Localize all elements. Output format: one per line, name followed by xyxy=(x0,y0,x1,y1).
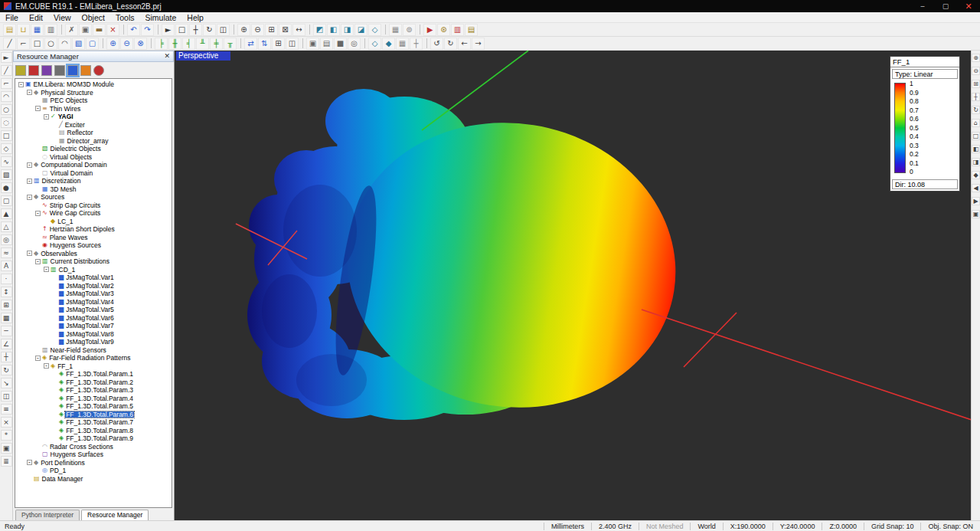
wireframe-mode-icon[interactable]: ◇ xyxy=(368,38,381,50)
scale-object-icon[interactable]: ↘ xyxy=(1,378,12,388)
tree-item[interactable]: ▦PEC Objects xyxy=(16,97,172,105)
tree-item[interactable]: ▆JsMagTotal.Var6 xyxy=(16,314,172,323)
iso-view-icon[interactable]: ◆ xyxy=(972,171,980,179)
tree-expander-icon[interactable]: - xyxy=(35,356,41,361)
save-project-icon[interactable]: ▦ xyxy=(31,24,44,36)
orbit-tool-icon[interactable]: ↻ xyxy=(972,106,980,114)
tree-item[interactable]: ▢Virtual Domain xyxy=(16,169,172,178)
tree-item[interactable]: ◈FF_1.3D.Total.Param.7 xyxy=(16,418,172,427)
tree-expander-icon[interactable]: - xyxy=(44,267,49,272)
tree-item[interactable]: ▤Data Manager xyxy=(16,475,172,483)
tree-expander-icon[interactable]: - xyxy=(27,460,32,465)
zoom-in-icon[interactable]: ⊕ xyxy=(237,24,250,36)
tree-item[interactable]: ╱Exciter xyxy=(16,121,172,129)
offset-object-icon[interactable]: ≡ xyxy=(1,404,12,415)
tree-expander-icon[interactable]: - xyxy=(35,106,41,111)
array-copy-icon[interactable]: ⊞ xyxy=(272,38,285,50)
tree-item[interactable]: ◌Virtual Objects xyxy=(16,153,172,162)
view-perspective-icon[interactable]: ◇ xyxy=(368,24,381,36)
explode-object-icon[interactable]: * xyxy=(1,430,12,441)
tree-expander-icon[interactable]: - xyxy=(44,114,49,120)
pan-tool-icon[interactable]: ┼ xyxy=(972,93,980,101)
align-bottom-icon[interactable]: ╥ xyxy=(224,38,237,50)
array-insert-icon[interactable]: ⊞ xyxy=(1,300,12,310)
module-em-ferma-icon[interactable] xyxy=(93,65,104,76)
module-cubecad-icon[interactable] xyxy=(15,65,26,76)
grid-toggle-icon[interactable]: ▦ xyxy=(396,38,409,50)
panel-close-icon[interactable]: ✕ xyxy=(164,53,170,60)
rotate-view-right-icon[interactable]: ↻ xyxy=(444,38,457,50)
menu-object[interactable]: Object xyxy=(77,13,110,22)
tree-item[interactable]: -▥CD_1 xyxy=(16,266,172,274)
arc-draw-icon[interactable]: ◠ xyxy=(1,91,12,102)
layers-tool-icon[interactable]: ≣ xyxy=(1,456,12,467)
tree-item[interactable]: ≈Plane Waves xyxy=(16,234,172,242)
tree-item[interactable]: -▥Current Distributions xyxy=(16,257,172,266)
tree-expander-icon[interactable]: - xyxy=(27,162,32,168)
view-mode-label[interactable]: Perspective xyxy=(176,51,230,61)
tab-resource-manager[interactable]: Resource Manager xyxy=(81,510,149,520)
select-arrow-icon[interactable]: ► xyxy=(162,24,175,36)
tree-item[interactable]: ◈FF_1.3D.Total.Param.9 xyxy=(16,434,172,443)
tree-item[interactable]: ▆JsMagTotal.Var4 xyxy=(16,298,172,306)
rotate-tool-icon[interactable]: ↻ xyxy=(203,24,216,36)
text-draw-icon[interactable]: A xyxy=(1,261,12,271)
mirror-object-icon[interactable]: ◫ xyxy=(1,391,12,402)
view-iso-icon[interactable]: ◪ xyxy=(354,24,368,36)
tree-item[interactable]: -◆Observables xyxy=(16,250,172,258)
viewport-3d[interactable]: Perspective FF_1 Type: Linear 10.90.80.7… xyxy=(175,51,971,520)
select-tool-icon[interactable]: ► xyxy=(1,52,12,63)
point-draw-icon[interactable]: · xyxy=(1,274,12,284)
intersect-op-icon[interactable]: ⊗ xyxy=(134,38,147,50)
tree-item[interactable]: ▦3D Mesh xyxy=(16,185,172,194)
trim-object-icon[interactable]: × xyxy=(1,417,12,428)
show-data-plot-icon[interactable]: ▥ xyxy=(451,24,464,36)
dipole-insert-icon[interactable]: ↕ xyxy=(1,287,12,297)
align-middle-icon[interactable]: ╪ xyxy=(210,38,223,50)
axes-toggle-icon[interactable]: ┼ xyxy=(410,38,423,50)
cylinder-tool-icon[interactable]: ▢ xyxy=(86,38,99,50)
close-button[interactable]: ✕ xyxy=(957,0,980,12)
top-view-icon[interactable]: □ xyxy=(972,132,980,140)
tree-item[interactable]: ◈FF_1.3D.Total.Param.5 xyxy=(16,402,172,411)
module-em-terrano-icon[interactable] xyxy=(54,65,65,76)
tab-python-interpreter[interactable]: Python Interpreter xyxy=(15,510,80,520)
next-camera-icon[interactable]: ▶ xyxy=(972,197,980,205)
open-project-icon[interactable]: ⊔ xyxy=(17,24,30,36)
tree-item[interactable]: ▆JsMagTotal.Var2 xyxy=(16,282,172,290)
sphere-draw-icon[interactable]: ● xyxy=(1,182,12,193)
tree-item[interactable]: ◈FF_1.3D.Total.Param.1 xyxy=(16,370,172,379)
fullscreen-view-icon[interactable]: ▣ xyxy=(972,210,980,218)
menu-tools[interactable]: Tools xyxy=(110,13,140,22)
tree-expander-icon[interactable]: - xyxy=(18,82,24,87)
simulation-settings-icon[interactable]: ⊛ xyxy=(437,24,450,36)
tree-item[interactable]: -✓YAGI xyxy=(16,113,172,121)
tree-item[interactable]: -◈FF_1 xyxy=(16,362,172,371)
tree-item[interactable]: -◆Physical Structure xyxy=(16,89,172,97)
rotate-view-left-icon[interactable]: ↺ xyxy=(430,38,443,50)
tree-expander-icon[interactable]: - xyxy=(35,259,41,264)
view-top-icon[interactable]: ◩ xyxy=(313,24,326,36)
mirror-copy-icon[interactable]: ◫ xyxy=(286,38,299,50)
minimize-button[interactable]: – xyxy=(911,0,934,12)
curve-draw-icon[interactable]: ∿ xyxy=(1,156,12,167)
rotate-object-icon[interactable]: ↻ xyxy=(1,365,12,375)
tree-item[interactable]: ▆JsMagTotal.Var7 xyxy=(16,322,172,330)
align-left-icon[interactable]: ╞ xyxy=(155,38,168,50)
menu-edit[interactable]: Edit xyxy=(24,13,48,22)
menu-help[interactable]: Help xyxy=(181,13,209,22)
tree-item[interactable]: ▆JsMagTotal.Var1 xyxy=(16,274,172,282)
tree-item[interactable]: ◈FF_1.3D.Total.Param.6 xyxy=(16,411,172,419)
copy-icon[interactable]: ▣ xyxy=(79,24,92,36)
snap-settings-icon[interactable]: ⊚ xyxy=(403,24,416,36)
tree-item[interactable]: -◈Far-Field Radiation Patterns xyxy=(16,354,172,362)
tree-item[interactable]: ◈FF_1.3D.Total.Param.2 xyxy=(16,379,172,387)
module-em-picasso-icon[interactable] xyxy=(41,65,52,76)
tree-item[interactable]: ▆JsMagTotal.Var3 xyxy=(16,290,172,298)
ellipse-draw-icon[interactable]: ◌ xyxy=(1,117,12,128)
tree-item[interactable]: -▣EM.Libera: MOM3D Module xyxy=(16,80,172,89)
polygon-draw-icon[interactable]: ◇ xyxy=(1,143,12,154)
tree-item[interactable]: ▦Director_array xyxy=(16,137,172,146)
tree-item[interactable]: ◎PD_1 xyxy=(16,467,172,475)
tree-item[interactable]: ▆JsMagTotal.Var5 xyxy=(16,306,172,314)
